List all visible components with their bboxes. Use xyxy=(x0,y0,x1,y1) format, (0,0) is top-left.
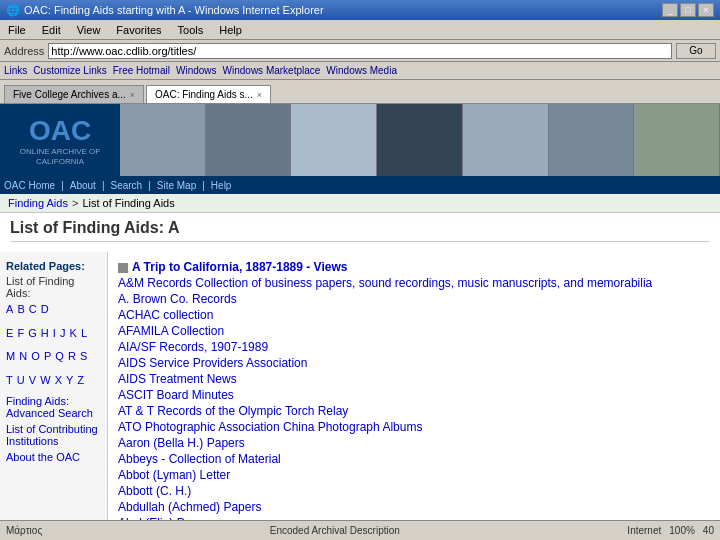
page-title: List of Finding Aids: A xyxy=(10,219,710,242)
page-title-area: List of Finding Aids: A xyxy=(0,213,720,252)
alpha-R[interactable]: R xyxy=(68,350,76,362)
alpha-Y[interactable]: Y xyxy=(66,374,73,386)
alpha-V[interactable]: V xyxy=(29,374,36,386)
nav-oac-home[interactable]: OAC Home xyxy=(4,180,55,191)
alpha-N[interactable]: N xyxy=(19,350,27,362)
tab-oac-close[interactable]: × xyxy=(257,90,262,100)
alpha-W[interactable]: W xyxy=(40,374,50,386)
menu-edit[interactable]: Edit xyxy=(38,23,65,37)
title-bar-controls[interactable]: _ □ × xyxy=(662,3,714,17)
alpha-D[interactable]: D xyxy=(41,303,49,315)
address-label: Address xyxy=(4,45,44,57)
address-input[interactable] xyxy=(48,43,672,59)
list-contributing-link[interactable]: List of Contributing Institutions xyxy=(6,423,98,447)
links-marketplace[interactable]: Windows Marketplace xyxy=(223,65,321,76)
alpha-H[interactable]: H xyxy=(41,327,49,339)
list-item[interactable]: Abdullah (Achmed) Papers xyxy=(118,500,710,514)
maximize-button[interactable]: □ xyxy=(680,3,696,17)
list-item[interactable]: AIDS Treatment News xyxy=(118,372,710,386)
oac-logo-text: OAC ONLINE ARCHIVE OF CALIFORNIA xyxy=(0,114,120,167)
list-item[interactable]: ASCIT Board Minutes xyxy=(118,388,710,402)
list-item[interactable]: A. Brown Co. Records xyxy=(118,292,710,306)
list-item[interactable]: A Trip to California, 1887-1889 - Views xyxy=(118,260,710,274)
alpha-Q[interactable]: Q xyxy=(55,350,64,362)
status-right-number: 40 xyxy=(703,525,714,536)
alpha-X[interactable]: X xyxy=(55,374,62,386)
tab-five-college-close[interactable]: × xyxy=(130,90,135,100)
menu-bar: File Edit View Favorites Tools Help xyxy=(0,20,720,40)
alpha-K[interactable]: K xyxy=(70,327,77,339)
nav-help[interactable]: Help xyxy=(211,180,232,191)
address-bar: Address Go xyxy=(0,40,720,62)
nav-sep-4: | xyxy=(202,180,205,191)
links-hotmail[interactable]: Free Hotmail xyxy=(113,65,170,76)
alpha-G[interactable]: G xyxy=(28,327,37,339)
tab-five-college-label: Five College Archives a... xyxy=(13,89,126,100)
photo-5 xyxy=(463,104,549,176)
alpha-A[interactable]: A xyxy=(6,303,13,315)
alpha-T[interactable]: T xyxy=(6,374,13,386)
list-item[interactable]: AT & T Records of the Olympic Torch Rela… xyxy=(118,404,710,418)
alpha-Z[interactable]: Z xyxy=(77,374,84,386)
finding-aids-list: A Trip to California, 1887-1889 - ViewsA… xyxy=(118,260,710,540)
status-zoom-label: 100% xyxy=(669,525,695,536)
list-item[interactable]: ATO Photographic Association China Photo… xyxy=(118,420,710,434)
menu-tools[interactable]: Tools xyxy=(174,23,208,37)
alpha-E[interactable]: E xyxy=(6,327,13,339)
oac-acronym: OAC xyxy=(0,114,120,148)
links-media[interactable]: Windows Media xyxy=(326,65,397,76)
status-bar: Μάρτιος Encoded Archival Description Int… xyxy=(0,520,720,540)
menu-favorites[interactable]: Favorites xyxy=(112,23,165,37)
alpha-C[interactable]: C xyxy=(29,303,37,315)
menu-view[interactable]: View xyxy=(73,23,105,37)
alpha-F[interactable]: F xyxy=(17,327,24,339)
links-windows[interactable]: Windows xyxy=(176,65,217,76)
links-bar: Links Customize Links Free Hotmail Windo… xyxy=(0,62,720,80)
finding-aids-adv-section: Finding Aids: Advanced Search xyxy=(6,395,101,419)
nav-search[interactable]: Search xyxy=(110,180,142,191)
finding-aids-advanced-search[interactable]: Finding Aids: Advanced Search xyxy=(6,395,93,419)
title-bar: 🌐 OAC: Finding Aids starting with A - Wi… xyxy=(0,0,720,20)
list-item[interactable]: Abbott (C. H.) xyxy=(118,484,710,498)
status-bar-left: Μάρτιος xyxy=(6,525,42,536)
tab-oac-finding-aids[interactable]: OAC: Finding Aids s... × xyxy=(146,85,271,103)
breadcrumb: Finding Aids > List of Finding Aids xyxy=(0,194,720,213)
photo-6 xyxy=(549,104,635,176)
alpha-row-3: M N O P Q R S xyxy=(6,348,101,366)
title-bar-left: 🌐 OAC: Finding Aids starting with A - Wi… xyxy=(6,4,324,17)
breadcrumb-finding-aids[interactable]: Finding Aids xyxy=(8,197,68,209)
photo-2 xyxy=(206,104,292,176)
alpha-J[interactable]: J xyxy=(60,327,66,339)
links-customize[interactable]: Customize Links xyxy=(33,65,106,76)
list-item[interactable]: Abbeys - Collection of Material xyxy=(118,452,710,466)
related-pages-title: Related Pages: xyxy=(6,260,101,272)
alpha-M[interactable]: M xyxy=(6,350,15,362)
list-item[interactable]: ACHAC collection xyxy=(118,308,710,322)
nav-site-map[interactable]: Site Map xyxy=(157,180,196,191)
alpha-O[interactable]: O xyxy=(31,350,40,362)
menu-help[interactable]: Help xyxy=(215,23,246,37)
alpha-U[interactable]: U xyxy=(17,374,25,386)
menu-file[interactable]: File xyxy=(4,23,30,37)
list-item[interactable]: A&M Records Collection of business paper… xyxy=(118,276,710,290)
minimize-button[interactable]: _ xyxy=(662,3,678,17)
alpha-P[interactable]: P xyxy=(44,350,51,362)
alpha-I[interactable]: I xyxy=(53,327,56,339)
close-button[interactable]: × xyxy=(698,3,714,17)
nav-about[interactable]: About xyxy=(70,180,96,191)
alpha-L[interactable]: L xyxy=(81,327,87,339)
list-item[interactable]: AIA/SF Records, 1907-1989 xyxy=(118,340,710,354)
go-button[interactable]: Go xyxy=(676,43,716,59)
alpha-S[interactable]: S xyxy=(80,350,87,362)
nav-sep-2: | xyxy=(102,180,105,191)
photo-3 xyxy=(291,104,377,176)
list-item[interactable]: Abbot (Lyman) Letter xyxy=(118,468,710,482)
list-item[interactable]: AIDS Service Providers Association xyxy=(118,356,710,370)
alpha-B[interactable]: B xyxy=(17,303,24,315)
list-item[interactable]: Aaron (Bella H.) Papers xyxy=(118,436,710,450)
about-oac-link[interactable]: About the OAC xyxy=(6,451,80,463)
breadcrumb-sep: > xyxy=(72,197,78,209)
tab-five-college[interactable]: Five College Archives a... × xyxy=(4,85,144,103)
list-item[interactable]: AFAMILA Collection xyxy=(118,324,710,338)
main-area: Related Pages: List of Finding Aids: A B… xyxy=(0,252,720,540)
